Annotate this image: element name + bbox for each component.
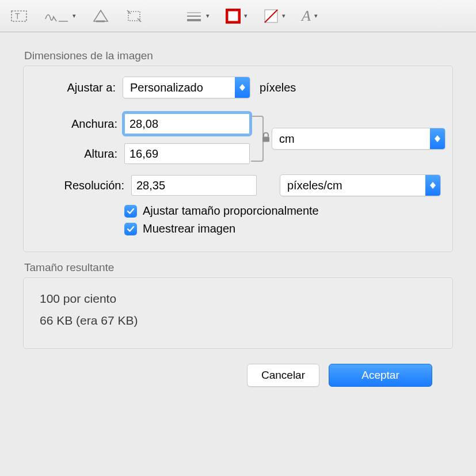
font-style-tool[interactable]: A ▾	[302, 7, 318, 25]
svg-marker-19	[430, 185, 436, 189]
line-style-tool[interactable]: ▾	[185, 7, 210, 25]
lock-icon	[261, 132, 271, 146]
svg-marker-2	[94, 10, 108, 21]
svg-marker-17	[435, 139, 440, 142]
fit-unit-label: píxeles	[260, 81, 296, 94]
toolbar: T ▾ ▾ ▾ ▾ A ▾	[0, 0, 476, 32]
height-label: Altura:	[35, 147, 124, 161]
resolution-label: Resolución:	[35, 179, 131, 192]
size-unit-value: cm	[272, 132, 430, 146]
aspect-lock[interactable]	[251, 113, 268, 164]
border-color-tool[interactable]: ▾	[226, 7, 247, 25]
chevron-down-icon: ▾	[314, 12, 318, 20]
svg-text:T: T	[15, 12, 20, 21]
dialog-footer: Cancelar Aceptar	[23, 358, 453, 393]
shapes-tool[interactable]	[92, 7, 109, 25]
dimensions-box: Ajustar a: Personalizado píxeles Anchura…	[23, 66, 453, 252]
resample-checkbox[interactable]: Muestrear imagen	[124, 222, 441, 235]
svg-marker-14	[239, 87, 245, 91]
resolution-unit-value: píxeles/cm	[280, 179, 425, 192]
ok-button[interactable]: Aceptar	[329, 364, 432, 387]
signature-tool[interactable]: ▾	[44, 7, 76, 25]
resample-label: Muestrear imagen	[143, 222, 235, 235]
checkbox-checked-icon	[124, 223, 137, 235]
svg-line-6	[138, 18, 141, 22]
result-size: 66 KB (era 67 KB)	[40, 314, 436, 328]
svg-line-5	[127, 10, 131, 14]
width-input[interactable]	[124, 113, 250, 134]
font-a-icon: A	[302, 7, 311, 25]
width-label: Anchura:	[35, 117, 124, 131]
svg-rect-15	[262, 137, 269, 142]
chevron-down-icon: ▾	[244, 12, 247, 20]
fill-color-tool[interactable]: ▾	[264, 7, 285, 25]
chevron-down-icon: ▾	[282, 12, 285, 20]
svg-rect-10	[227, 10, 239, 22]
select-stepper-icon	[430, 128, 445, 149]
height-input[interactable]	[124, 143, 250, 164]
fit-to-value: Personalizado	[123, 81, 235, 94]
result-box: 100 por ciento 66 KB (era 67 KB)	[23, 277, 453, 349]
scale-proportionally-label: Ajustar tamaño proporcionalmente	[143, 204, 319, 218]
chevron-down-icon: ▾	[73, 12, 76, 20]
fit-to-select[interactable]: Personalizado	[123, 77, 250, 98]
fit-to-label: Ajustar a:	[35, 81, 123, 94]
select-stepper-icon	[425, 175, 440, 196]
select-stepper-icon	[235, 77, 250, 98]
crop-tool[interactable]	[125, 7, 143, 25]
result-percent: 100 por ciento	[40, 292, 436, 306]
result-section-title: Tamaño resultante	[24, 261, 453, 274]
checkbox-checked-icon	[124, 205, 137, 218]
size-unit-select[interactable]: cm	[272, 128, 445, 150]
scale-proportionally-checkbox[interactable]: Ajustar tamaño proporcionalmente	[124, 204, 441, 218]
chevron-down-icon: ▾	[206, 12, 210, 20]
resolution-unit-select[interactable]: píxeles/cm	[280, 174, 441, 196]
text-box-tool[interactable]: T	[10, 7, 28, 25]
cancel-button[interactable]: Cancelar	[247, 364, 319, 387]
resolution-input[interactable]	[131, 175, 257, 196]
dimensions-section-title: Dimensiones de la imagen	[24, 49, 453, 62]
